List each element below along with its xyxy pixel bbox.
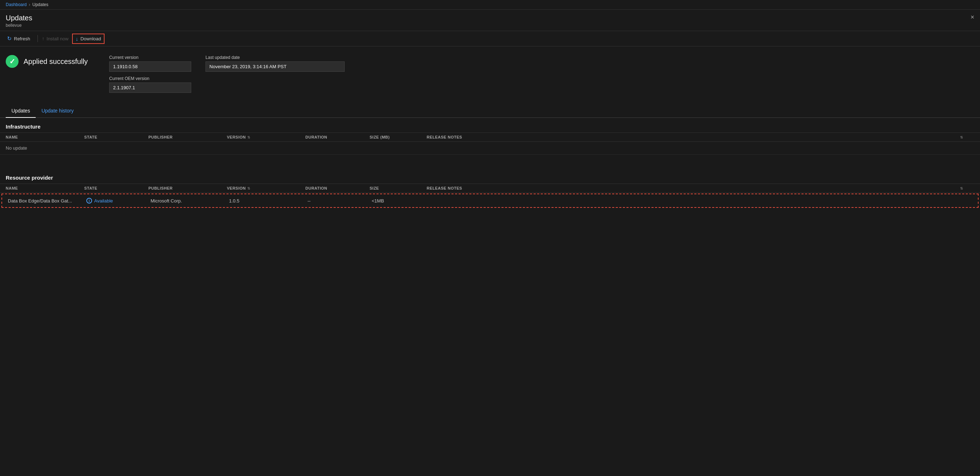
install-icon: ↑ bbox=[42, 36, 45, 42]
no-update-text: No update bbox=[6, 145, 84, 151]
breadcrumb-parent-link[interactable]: Dashboard bbox=[6, 2, 27, 7]
current-oem-version-group: Current OEM version 2.1.1907.1 bbox=[109, 76, 191, 93]
tab-update-history[interactable]: Update history bbox=[36, 104, 79, 118]
breadcrumb-separator: › bbox=[29, 2, 30, 7]
rp-col-duration: DURATION bbox=[305, 186, 370, 190]
rp-col-state: STATE bbox=[84, 186, 148, 190]
current-version-value: 1.1910.0.58 bbox=[109, 61, 191, 72]
current-version-group: Current version 1.1910.0.58 bbox=[109, 55, 191, 72]
current-oem-version-value: 2.1.1907.1 bbox=[109, 83, 191, 93]
rp-row-state: i Available bbox=[86, 198, 151, 204]
resource-provider-table-header: NAME STATE PUBLISHER VERSION ⇅ DURATION … bbox=[0, 184, 980, 193]
refresh-icon: ↻ bbox=[7, 35, 12, 42]
available-text: Available bbox=[94, 198, 113, 204]
close-button[interactable]: × bbox=[970, 14, 974, 20]
infrastructure-table-header: NAME STATE PUBLISHER VERSION ⇅ DURATION … bbox=[0, 133, 980, 142]
tabs: Updates Update history bbox=[0, 104, 980, 118]
infra-col-size: SIZE (MB) bbox=[370, 135, 427, 139]
version-fields: Current version 1.1910.0.58 Current OEM … bbox=[109, 55, 345, 93]
page-title: Updates bbox=[6, 14, 974, 22]
infra-col-publisher: PUBLISHER bbox=[148, 135, 227, 139]
current-version-label: Current version bbox=[109, 55, 191, 60]
infra-col-state: STATE bbox=[84, 135, 148, 139]
infra-col-version: VERSION ⇅ bbox=[227, 135, 305, 139]
checkmark-icon: ✓ bbox=[9, 57, 15, 66]
infrastructure-title: Infrastructure bbox=[0, 118, 980, 133]
install-now-button[interactable]: ↑ Install now bbox=[41, 34, 73, 43]
install-label: Install now bbox=[47, 36, 68, 42]
page-header: Updates bellevue × bbox=[0, 10, 980, 31]
available-badge: i Available bbox=[86, 198, 151, 204]
status-icon: ✓ bbox=[6, 55, 19, 68]
toolbar-divider bbox=[37, 35, 38, 42]
last-updated-date-group: Last updated date November 23, 2019, 3:1… bbox=[205, 55, 345, 93]
infrastructure-no-data-row: No update bbox=[0, 142, 980, 155]
rp-col-release-notes: RELEASE NOTES bbox=[427, 186, 960, 190]
infra-col-duration: DURATION bbox=[305, 135, 370, 139]
download-icon: ↓ bbox=[76, 36, 78, 42]
breadcrumb-current: Updates bbox=[32, 2, 49, 7]
breadcrumb: Dashboard › Updates bbox=[0, 0, 980, 10]
resource-provider-row[interactable]: Data Box Edge/Data Box Gat... i Availabl… bbox=[2, 194, 978, 207]
version-sort-icon: ⇅ bbox=[247, 135, 250, 139]
rp-row-version: 1.0.5 bbox=[229, 198, 307, 204]
tab-updates[interactable]: Updates bbox=[6, 104, 36, 118]
status-left: ✓ Applied successfully bbox=[6, 55, 88, 68]
download-label: Download bbox=[80, 36, 101, 42]
resource-provider-section: Resource provider NAME STATE PUBLISHER V… bbox=[0, 169, 980, 208]
rp-row-publisher: Microsoft Corp. bbox=[151, 198, 229, 204]
rp-version-sort-icon: ⇅ bbox=[247, 186, 250, 190]
download-button[interactable]: ↓ Download bbox=[73, 34, 104, 43]
infra-col-name: NAME bbox=[6, 135, 84, 139]
status-section: ✓ Applied successfully Current version 1… bbox=[0, 46, 980, 101]
rp-col-publisher: PUBLISHER bbox=[148, 186, 227, 190]
release-sort-icon: ⇅ bbox=[960, 135, 963, 139]
rp-row-duration: -- bbox=[307, 198, 372, 204]
available-icon: i bbox=[86, 198, 92, 204]
rp-col-name: NAME bbox=[6, 186, 84, 190]
rp-col-version: VERSION ⇅ bbox=[227, 186, 305, 190]
last-updated-date-label: Last updated date bbox=[205, 55, 345, 60]
infra-col-sort: ⇅ bbox=[960, 135, 974, 139]
page-subtitle: bellevue bbox=[6, 23, 974, 28]
infrastructure-section: Infrastructure NAME STATE PUBLISHER VERS… bbox=[0, 118, 980, 155]
current-oem-version-label: Current OEM version bbox=[109, 76, 191, 81]
refresh-button[interactable]: ↻ Refresh bbox=[6, 34, 35, 43]
rp-row-size: <1MB bbox=[372, 198, 429, 204]
rp-col-sort: ⇅ bbox=[960, 186, 974, 190]
toolbar: ↻ Refresh ↑ Install now ↓ Download bbox=[0, 31, 980, 46]
rp-row-name: Data Box Edge/Data Box Gat... bbox=[8, 198, 86, 204]
resource-provider-title: Resource provider bbox=[0, 169, 980, 184]
rp-col-size: SIZE bbox=[370, 186, 427, 190]
status-text: Applied successfully bbox=[24, 58, 88, 66]
selected-row-wrapper: Data Box Edge/Data Box Gat... i Availabl… bbox=[2, 193, 978, 208]
refresh-label: Refresh bbox=[14, 36, 30, 42]
rp-release-sort-icon: ⇅ bbox=[960, 186, 963, 190]
infra-col-release-notes: RELEASE NOTES bbox=[427, 135, 960, 139]
last-updated-date-value: November 23, 2019, 3:14:16 AM PST bbox=[205, 61, 345, 72]
